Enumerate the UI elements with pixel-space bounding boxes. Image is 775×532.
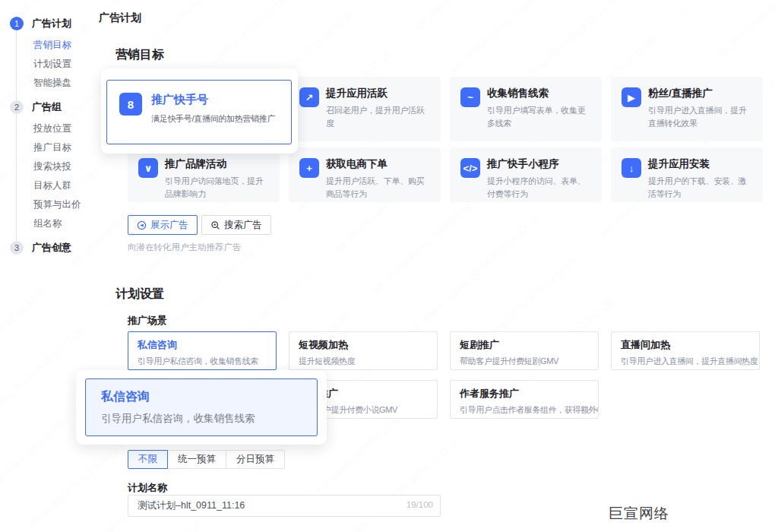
goal-card-desc: 引导用户访问落地页，提升品牌影响力 (165, 175, 270, 201)
sidebar-item-组名称[interactable]: 组名称 (0, 214, 100, 233)
goal-card-title: 推广快手小程序 (487, 157, 593, 171)
goal-zoom-title: 推广快手号 (151, 93, 275, 107)
page-title: 广告计划 (99, 11, 141, 25)
scene-card-短剧推广[interactable]: 短剧推广帮助客户提升付费短剧GMV (450, 331, 599, 370)
scene-card-直播间加热[interactable]: 直播间加热引导用户进入直播间，提升直播间热度 (611, 331, 760, 370)
megaphone-icon (137, 220, 147, 230)
ecommerce-cart-icon: + (299, 158, 319, 178)
step-广告计划[interactable]: 1广告计划 (0, 16, 100, 31)
plan-name-label: 计划名称 (128, 481, 167, 495)
live-video-icon: ▶ (622, 87, 641, 107)
watermark-text: wb_shanxiaotong 2024/08/19 18-12-38 (0, 283, 49, 407)
goal-card-title: 粉丝/直播推广 (648, 87, 754, 100)
app-install-icon: ↓ (622, 158, 641, 178)
ad-type-button-label: 展示广告 (150, 219, 188, 232)
ad-type-button-搜索广告[interactable]: 搜索广告 (201, 215, 271, 235)
scene-zoom-title: 私信咨询 (101, 389, 302, 405)
step-广告创意[interactable]: 3广告创意 (0, 240, 100, 255)
scene-zoom-desc: 引导用户私信咨询，收集销售线索 (101, 412, 302, 426)
goal-card-推广品牌活动[interactable]: ∨推广品牌活动引导用户访问落地页，提升品牌影响力 (128, 147, 280, 202)
brand-activity-icon: ∨ (138, 158, 158, 178)
scene-card-title: 短剧推广 (460, 338, 589, 352)
watermark-text: wb_shanxiaotong 2024/08/19 18-12-38 (327, 434, 463, 532)
budget-option-统一预算[interactable]: 统一预算 (167, 450, 226, 469)
goal-card-获取电商下单[interactable]: +获取电商下单提升用户活跃、下单、购买商品等行为 (289, 147, 441, 202)
ad-type-button-展示广告[interactable]: 展示广告 (128, 215, 198, 235)
scene-card-title: 私信咨询 (138, 338, 267, 352)
step-label: 广告创意 (32, 241, 71, 255)
sidebar-item-营销目标[interactable]: 营销目标 (0, 36, 100, 55)
goal-card-推广快手小程序[interactable]: </>推广快手小程序提升小程序的访问、表单、付费等行为 (450, 147, 602, 202)
scene-card-title: 作者服务推广 (460, 387, 589, 401)
agency-brand-text: 巨宣网络 (609, 504, 669, 524)
wizard-sidebar: 1广告计划营销目标计划设置智能操盘2广告组投放位置推广目标搜索块投目标人群预算与… (0, 16, 100, 262)
watermark-text: wb_shanxiaotong 2024/08/19 18-12-38 (713, 0, 775, 61)
watermark-text: wb_shanxiaotong 2024/08/19 18-12-38 (676, 0, 775, 19)
goal-card-title: 提升应用安装 (648, 157, 754, 171)
ad-type-toggle: 展示广告搜索广告 (128, 215, 275, 235)
app-activity-icon: ↗ (299, 87, 319, 107)
search-icon (210, 220, 220, 230)
scene-card-desc: 帮助客户提升付费短剧GMV (460, 356, 589, 367)
goal-zoom-card: 8 推广快手号 满足快手号/直播间的加热营销推广 (106, 80, 292, 144)
scene-card-短视频加热[interactable]: 短视频加热提升短视频热度 (289, 331, 438, 370)
kuaishou-icon: 8 (119, 93, 142, 116)
goal-card-desc: 引导用户进入直播间，提升直播转化效果 (648, 104, 754, 130)
goal-card-title: 提升应用活跃 (326, 87, 432, 100)
step-number-badge: 1 (10, 17, 24, 30)
goal-card-收集销售线索[interactable]: ~收集销售线索引导用户填写表单，收集更多线索 (450, 77, 602, 141)
step-number-badge: 3 (10, 241, 24, 255)
goal-zoom-preview: 8 推广快手号 满足快手号/直播间的加热营销推广 (101, 68, 298, 154)
goal-card-desc: 提升小程序的访问、表单、付费等行为 (487, 175, 593, 201)
step-label: 广告计划 (32, 17, 71, 30)
sidebar-item-预算与出价[interactable]: 预算与出价 (0, 195, 100, 214)
char-counter: 19/100 (406, 500, 433, 509)
scene-card-作者服务推广[interactable]: 作者服务推广引导用户点击作者服务组件，获得额外收益 (450, 380, 599, 419)
goal-zoom-desc: 满足快手号/直播间的加热营销推广 (151, 113, 275, 125)
scene-card-desc: 提升短视频热度 (299, 356, 428, 367)
budget-option-分日预算[interactable]: 分日预算 (226, 450, 285, 469)
sidebar-item-目标人群[interactable]: 目标人群 (0, 176, 100, 195)
watermark-text: wb_shanxiaotong 2024/08/19 18-12-38 (147, 0, 282, 48)
step-connector-line (16, 24, 17, 245)
plan-name-field-wrap: 19/100 (128, 495, 441, 517)
watermark-text: wb_shanxiaotong 2024/08/19 18-12-38 (411, 0, 546, 33)
budget-option-不限[interactable]: 不限 (128, 450, 168, 469)
scene-card-私信咨询[interactable]: 私信咨询引导用户私信咨询，收集销售线索 (128, 331, 277, 370)
goal-card-title: 推广品牌活动 (165, 157, 270, 171)
scene-card-desc: 引导用户进入直播间，提升直播间热度 (621, 356, 750, 367)
leads-folder-icon: ~ (460, 87, 480, 107)
goal-card-desc: 提升用户的下载、安装、激活等行为 (648, 175, 754, 201)
step-label: 广告组 (32, 100, 62, 114)
goal-card-粉丝/直播推广[interactable]: ▶粉丝/直播推广引导用户进入直播间，提升直播转化效果 (611, 77, 763, 141)
goal-card-desc: 提升用户活跃、下单、购买商品等行为 (326, 175, 432, 201)
scene-zoom-preview: 私信咨询 引导用户私信咨询，收集销售线索 (76, 370, 327, 445)
watermark-text: wb_shanxiaotong 2024/08/19 18-12-38 (406, 214, 542, 337)
step-block: 1广告计划营销目标计划设置智能操盘 (0, 16, 100, 93)
scene-card-title: 直播间加热 (621, 338, 750, 352)
scene-card-title: 短视频加热 (299, 338, 428, 352)
marketing-goal-section-title: 营销目标 (115, 47, 164, 63)
step-block: 2广告组投放位置推广目标搜索块投目标人群预算与出价组名称 (0, 100, 100, 233)
goal-card-desc: 引导用户填写表单，收集更多线索 (487, 104, 593, 130)
sidebar-item-投放位置[interactable]: 投放位置 (0, 119, 100, 138)
goal-card-提升应用安装[interactable]: ↓提升应用安装提升用户的下载、安装、激活等行为 (611, 147, 763, 202)
sidebar-item-搜索块投[interactable]: 搜索块投 (0, 157, 100, 176)
step-广告组[interactable]: 2广告组 (0, 100, 100, 115)
miniprogram-code-icon: </> (460, 158, 480, 178)
budget-segmented-control: 不限统一预算分日预算 (128, 450, 285, 469)
plan-name-input[interactable] (128, 495, 441, 517)
goal-card-提升应用活跃[interactable]: ↗提升应用活跃召回老用户，提升用户活跃度 (289, 77, 441, 141)
watermark-text: wb_shanxiaotong 2024/08/19 18-12-38 (0, 325, 87, 448)
promotion-scene-label: 推广场景 (128, 314, 167, 328)
scene-card-desc: 引导用户点击作者服务组件，获得额外收益 (460, 404, 589, 416)
sidebar-item-推广目标[interactable]: 推广目标 (0, 138, 100, 157)
step-block: 3广告创意 (0, 240, 100, 255)
watermark-text: wb_shanxiaotong 2024/08/19 18-12-38 (448, 0, 584, 74)
step-number-badge: 2 (10, 100, 24, 114)
goal-card-title: 获取电商下单 (326, 157, 432, 171)
goal-card-desc: 召回老用户，提升用户活跃度 (326, 104, 432, 130)
sidebar-item-智能操盘[interactable]: 智能操盘 (0, 74, 100, 93)
sidebar-item-计划设置[interactable]: 计划设置 (0, 55, 100, 74)
watermark-text: wb_shanxiaotong 2024/08/19 18-12-38 (109, 0, 245, 7)
